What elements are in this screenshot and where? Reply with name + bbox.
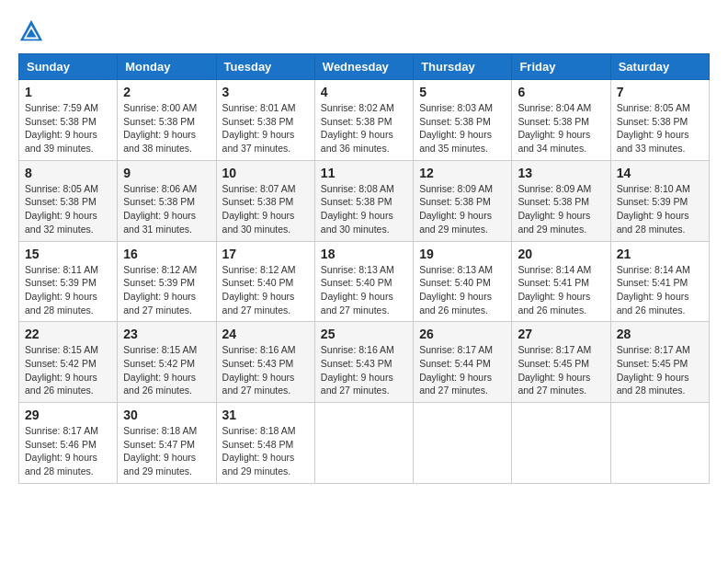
calendar-cell: 15Sunrise: 8:11 AMSunset: 5:39 PMDayligh… xyxy=(19,241,118,322)
day-number: 16 xyxy=(123,247,210,261)
weekday-header: Saturday xyxy=(610,54,709,80)
day-number: 13 xyxy=(518,166,604,180)
day-number: 23 xyxy=(123,327,210,341)
day-number: 20 xyxy=(518,247,604,261)
day-number: 28 xyxy=(617,327,703,341)
calendar-cell: 16Sunrise: 8:12 AMSunset: 5:39 PMDayligh… xyxy=(118,241,216,322)
calendar-cell: 12Sunrise: 8:09 AMSunset: 5:38 PMDayligh… xyxy=(414,160,512,241)
calendar-week-row: 1Sunrise: 7:59 AMSunset: 5:38 PMDaylight… xyxy=(19,80,710,161)
day-info: Sunrise: 8:18 AMSunset: 5:48 PMDaylight:… xyxy=(222,424,309,478)
weekday-header: Monday xyxy=(118,54,216,80)
day-number: 17 xyxy=(222,247,309,261)
day-number: 29 xyxy=(25,408,111,422)
day-number: 15 xyxy=(25,247,111,261)
day-info: Sunrise: 8:17 AMSunset: 5:44 PMDaylight:… xyxy=(419,343,506,397)
day-number: 30 xyxy=(123,408,210,422)
day-info: Sunrise: 8:13 AMSunset: 5:40 PMDaylight:… xyxy=(321,263,407,317)
calendar-cell: 23Sunrise: 8:15 AMSunset: 5:42 PMDayligh… xyxy=(118,322,216,403)
calendar-cell: 10Sunrise: 8:07 AMSunset: 5:38 PMDayligh… xyxy=(216,160,314,241)
day-number: 14 xyxy=(617,166,703,180)
calendar-week-row: 22Sunrise: 8:15 AMSunset: 5:42 PMDayligh… xyxy=(19,322,710,403)
calendar-cell: 26Sunrise: 8:17 AMSunset: 5:44 PMDayligh… xyxy=(414,322,512,403)
day-info: Sunrise: 8:17 AMSunset: 5:45 PMDaylight:… xyxy=(518,343,604,397)
weekday-header: Wednesday xyxy=(314,54,413,80)
page-header xyxy=(18,18,710,44)
calendar-week-row: 15Sunrise: 8:11 AMSunset: 5:39 PMDayligh… xyxy=(19,241,710,322)
day-info: Sunrise: 8:06 AMSunset: 5:38 PMDaylight:… xyxy=(123,182,210,236)
day-info: Sunrise: 8:09 AMSunset: 5:38 PMDaylight:… xyxy=(518,182,604,236)
calendar-cell: 27Sunrise: 8:17 AMSunset: 5:45 PMDayligh… xyxy=(512,322,610,403)
day-info: Sunrise: 8:13 AMSunset: 5:40 PMDaylight:… xyxy=(419,263,506,317)
day-info: Sunrise: 8:07 AMSunset: 5:38 PMDaylight:… xyxy=(222,182,309,236)
calendar-cell: 1Sunrise: 7:59 AMSunset: 5:38 PMDaylight… xyxy=(19,80,118,161)
day-info: Sunrise: 8:14 AMSunset: 5:41 PMDaylight:… xyxy=(518,263,604,317)
calendar-cell: 22Sunrise: 8:15 AMSunset: 5:42 PMDayligh… xyxy=(19,322,118,403)
day-info: Sunrise: 8:03 AMSunset: 5:38 PMDaylight:… xyxy=(419,101,506,155)
calendar-cell: 7Sunrise: 8:05 AMSunset: 5:38 PMDaylight… xyxy=(610,80,709,161)
calendar-week-row: 29Sunrise: 8:17 AMSunset: 5:46 PMDayligh… xyxy=(19,403,710,484)
day-number: 9 xyxy=(123,166,210,180)
day-number: 8 xyxy=(25,166,111,180)
day-number: 5 xyxy=(419,85,506,99)
calendar-cell: 2Sunrise: 8:00 AMSunset: 5:38 PMDaylight… xyxy=(118,80,216,161)
day-number: 27 xyxy=(518,327,604,341)
day-number: 11 xyxy=(321,166,407,180)
calendar-cell: 13Sunrise: 8:09 AMSunset: 5:38 PMDayligh… xyxy=(512,160,610,241)
calendar-cell: 8Sunrise: 8:05 AMSunset: 5:38 PMDaylight… xyxy=(19,160,118,241)
day-info: Sunrise: 8:10 AMSunset: 5:39 PMDaylight:… xyxy=(617,182,703,236)
calendar-cell: 25Sunrise: 8:16 AMSunset: 5:43 PMDayligh… xyxy=(314,322,413,403)
day-number: 18 xyxy=(321,247,407,261)
day-number: 2 xyxy=(123,85,210,99)
day-info: Sunrise: 8:04 AMSunset: 5:38 PMDaylight:… xyxy=(518,101,604,155)
calendar-cell: 3Sunrise: 8:01 AMSunset: 5:38 PMDaylight… xyxy=(216,80,314,161)
day-info: Sunrise: 8:15 AMSunset: 5:42 PMDaylight:… xyxy=(25,343,111,397)
day-number: 12 xyxy=(419,166,506,180)
day-info: Sunrise: 8:17 AMSunset: 5:45 PMDaylight:… xyxy=(617,343,703,397)
day-info: Sunrise: 7:59 AMSunset: 5:38 PMDaylight:… xyxy=(25,101,111,155)
day-info: Sunrise: 8:08 AMSunset: 5:38 PMDaylight:… xyxy=(321,182,407,236)
day-info: Sunrise: 8:12 AMSunset: 5:40 PMDaylight:… xyxy=(222,263,309,317)
logo-icon xyxy=(18,18,44,44)
calendar-header-row: SundayMondayTuesdayWednesdayThursdayFrid… xyxy=(19,54,710,80)
day-info: Sunrise: 8:17 AMSunset: 5:46 PMDaylight:… xyxy=(25,424,111,478)
weekday-header: Thursday xyxy=(414,54,512,80)
day-info: Sunrise: 8:14 AMSunset: 5:41 PMDaylight:… xyxy=(617,263,703,317)
day-number: 25 xyxy=(321,327,407,341)
day-number: 4 xyxy=(321,85,407,99)
calendar-cell: 21Sunrise: 8:14 AMSunset: 5:41 PMDayligh… xyxy=(610,241,709,322)
calendar-cell: 11Sunrise: 8:08 AMSunset: 5:38 PMDayligh… xyxy=(314,160,413,241)
calendar-cell xyxy=(512,403,610,484)
day-number: 26 xyxy=(419,327,506,341)
calendar-cell: 19Sunrise: 8:13 AMSunset: 5:40 PMDayligh… xyxy=(414,241,512,322)
calendar-cell: 4Sunrise: 8:02 AMSunset: 5:38 PMDaylight… xyxy=(314,80,413,161)
logo xyxy=(18,18,48,44)
calendar-cell: 20Sunrise: 8:14 AMSunset: 5:41 PMDayligh… xyxy=(512,241,610,322)
calendar-cell xyxy=(414,403,512,484)
day-number: 7 xyxy=(617,85,703,99)
calendar-cell: 18Sunrise: 8:13 AMSunset: 5:40 PMDayligh… xyxy=(314,241,413,322)
day-info: Sunrise: 8:01 AMSunset: 5:38 PMDaylight:… xyxy=(222,101,309,155)
calendar-cell: 6Sunrise: 8:04 AMSunset: 5:38 PMDaylight… xyxy=(512,80,610,161)
day-number: 21 xyxy=(617,247,703,261)
day-number: 10 xyxy=(222,166,309,180)
calendar-cell: 17Sunrise: 8:12 AMSunset: 5:40 PMDayligh… xyxy=(216,241,314,322)
calendar-cell: 5Sunrise: 8:03 AMSunset: 5:38 PMDaylight… xyxy=(414,80,512,161)
day-info: Sunrise: 8:00 AMSunset: 5:38 PMDaylight:… xyxy=(123,101,210,155)
day-info: Sunrise: 8:05 AMSunset: 5:38 PMDaylight:… xyxy=(617,101,703,155)
day-number: 22 xyxy=(25,327,111,341)
day-info: Sunrise: 8:09 AMSunset: 5:38 PMDaylight:… xyxy=(419,182,506,236)
weekday-header: Friday xyxy=(512,54,610,80)
weekday-header: Tuesday xyxy=(216,54,314,80)
calendar-cell: 29Sunrise: 8:17 AMSunset: 5:46 PMDayligh… xyxy=(19,403,118,484)
day-number: 24 xyxy=(222,327,309,341)
day-number: 1 xyxy=(25,85,111,99)
calendar-cell: 14Sunrise: 8:10 AMSunset: 5:39 PMDayligh… xyxy=(610,160,709,241)
calendar-cell: 9Sunrise: 8:06 AMSunset: 5:38 PMDaylight… xyxy=(118,160,216,241)
calendar: SundayMondayTuesdayWednesdayThursdayFrid… xyxy=(18,53,710,484)
day-number: 3 xyxy=(222,85,309,99)
day-info: Sunrise: 8:02 AMSunset: 5:38 PMDaylight:… xyxy=(321,101,407,155)
calendar-cell xyxy=(610,403,709,484)
day-info: Sunrise: 8:11 AMSunset: 5:39 PMDaylight:… xyxy=(25,263,111,317)
calendar-cell: 30Sunrise: 8:18 AMSunset: 5:47 PMDayligh… xyxy=(118,403,216,484)
day-number: 19 xyxy=(419,247,506,261)
